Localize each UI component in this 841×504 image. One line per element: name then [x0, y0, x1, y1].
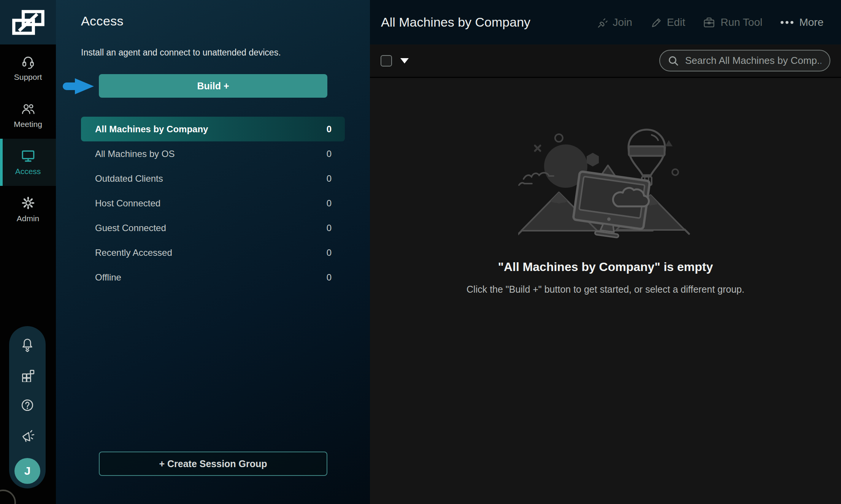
- search-box: [659, 50, 830, 71]
- main-area: All Machines by Company Join: [370, 0, 841, 504]
- empty-state-title: "All Machines by Company" is empty: [370, 260, 841, 274]
- people-icon: [21, 101, 35, 116]
- session-group-row[interactable]: Guest Connected 0: [81, 216, 345, 240]
- select-all-checkbox[interactable]: [381, 55, 392, 67]
- sidebar-item-admin[interactable]: Admin: [0, 186, 56, 233]
- sidebar-nav: Support Meeting: [0, 44, 56, 233]
- empty-state-illustration: [518, 124, 693, 239]
- action-label: Edit: [667, 16, 685, 29]
- action-label: Run Tool: [720, 16, 762, 29]
- group-label: Offline: [95, 272, 121, 283]
- sidebar-utility-dock: J: [9, 326, 46, 488]
- join-button[interactable]: Join: [595, 16, 632, 29]
- group-title: All Machines by Company: [381, 15, 530, 30]
- session-group-row[interactable]: Recently Accessed 0: [81, 240, 345, 265]
- monitor-icon: [21, 149, 36, 163]
- group-count: 0: [327, 173, 332, 184]
- session-group-row[interactable]: Offline 0: [81, 265, 345, 290]
- app-root: Support Meeting: [0, 0, 841, 504]
- sidebar-item-label: Admin: [17, 214, 40, 223]
- group-label: Guest Connected: [95, 223, 166, 233]
- create-session-group-button[interactable]: + Create Session Group: [99, 452, 327, 476]
- bell-icon[interactable]: [20, 335, 35, 352]
- apps-icon[interactable]: [20, 368, 35, 382]
- access-panel: Access Install an agent and connect to u…: [56, 0, 370, 504]
- briefcase-icon: [703, 16, 716, 29]
- session-group-row[interactable]: Outdated Clients 0: [81, 166, 345, 191]
- group-count: 0: [327, 223, 332, 233]
- group-count: 0: [327, 149, 332, 159]
- session-group-list: All Machines by Company 0 All Machines b…: [81, 117, 345, 290]
- session-group-row[interactable]: Host Connected 0: [81, 191, 345, 216]
- page-title: Access: [81, 14, 370, 29]
- build-button[interactable]: Build +: [99, 74, 327, 98]
- sidebar-item-meeting[interactable]: Meeting: [0, 92, 56, 139]
- group-count: 0: [327, 124, 332, 135]
- pencil-icon: [650, 16, 662, 29]
- group-count: 0: [327, 247, 332, 258]
- megaphone-icon[interactable]: [20, 428, 35, 442]
- sidebar-item-label: Meeting: [14, 120, 42, 129]
- build-row: Build +: [56, 74, 370, 98]
- sidebar: Support Meeting: [0, 0, 56, 504]
- group-count: 0: [327, 198, 332, 209]
- user-avatar[interactable]: J: [14, 458, 40, 484]
- group-count: 0: [327, 272, 332, 283]
- main-header: All Machines by Company Join: [370, 0, 841, 44]
- selection-dropdown-caret[interactable]: [400, 58, 409, 63]
- list-toolbar: [370, 44, 841, 78]
- group-label: All Machines by OS: [95, 149, 175, 159]
- sidebar-item-label: Support: [14, 73, 42, 82]
- plug-icon: [595, 16, 608, 29]
- more-button[interactable]: More: [780, 16, 824, 29]
- group-label: All Machines by Company: [95, 124, 208, 135]
- page-subtitle: Install an agent and connect to unattend…: [81, 48, 370, 58]
- screens-overlap-icon: [11, 8, 46, 36]
- search-icon: [668, 55, 679, 67]
- session-group-row[interactable]: All Machines by Company 0: [81, 117, 345, 141]
- pointer-arrow-icon: [61, 75, 96, 97]
- group-label: Host Connected: [95, 198, 160, 209]
- search-input[interactable]: [684, 54, 822, 67]
- session-group-row[interactable]: All Machines by OS 0: [81, 141, 345, 166]
- app-logo[interactable]: [0, 0, 56, 44]
- edit-button[interactable]: Edit: [650, 16, 685, 29]
- sidebar-item-label: Access: [15, 167, 41, 176]
- run-tool-button[interactable]: Run Tool: [703, 16, 762, 29]
- action-label: Join: [613, 16, 632, 29]
- empty-state: "All Machines by Company" is empty Click…: [370, 78, 841, 504]
- sidebar-item-support[interactable]: Support: [0, 44, 56, 92]
- group-label: Recently Accessed: [95, 247, 172, 258]
- group-label: Outdated Clients: [95, 173, 163, 184]
- sidebar-item-access[interactable]: Access: [0, 139, 56, 186]
- ellipsis-icon: [780, 20, 794, 25]
- action-label: More: [799, 16, 824, 29]
- gear-icon: [21, 196, 35, 210]
- help-icon[interactable]: [20, 398, 35, 412]
- empty-state-subtitle: Click the "Build +" button to get starte…: [370, 284, 841, 295]
- headset-icon: [21, 54, 35, 69]
